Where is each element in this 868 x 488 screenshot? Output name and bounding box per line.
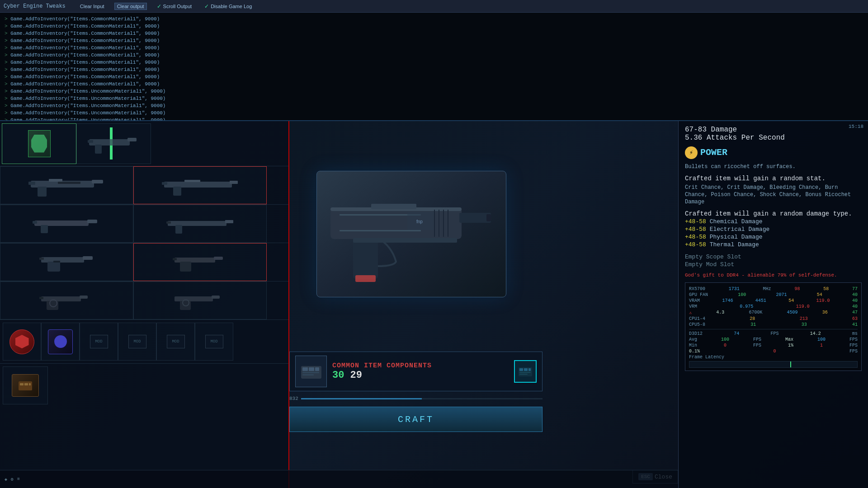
inv-cell-rifle-1[interactable] [0,166,133,204]
hw-max-label: Max [785,337,793,342]
console-output: Game.AddToInventory("Items.CommonMateria… [5,15,863,121]
inventory-row-3 [0,243,288,282]
svg-rect-17 [41,225,48,233]
hw-gpufan-temp: 54 [817,292,822,297]
clear-output-button[interactable]: Clear output [114,3,147,10]
svg-rect-12 [173,187,181,196]
console-line: Game.AddToInventory("Items.CommonMateria… [5,30,863,37]
svg-rect-9 [58,182,80,184]
scroll-output-button[interactable]: ✓ Scroll Output [154,2,195,10]
power-desc: Bullets can ricochet off surfaces. [685,163,862,170]
damage-entry: +48-58 Physical Damage [685,234,862,240]
gun-display-area: fnp [289,121,533,347]
inventory-row-2 [0,205,288,243]
svg-rect-38 [212,296,220,299]
console-line: Game.AddToInventory("Items.UncommonMater… [5,88,863,95]
inv-cell-armor-2[interactable] [41,323,80,361]
svg-rect-42 [20,383,24,385]
hw-rx5700-temp3: 77 [852,286,858,291]
item-cell-1[interactable] [76,123,151,164]
disable-game-log-label: Disable Game Log [211,4,252,9]
component-info: COMMON ITEM COMPONENTS 30 29 [332,362,509,381]
svg-rect-25 [47,262,60,272]
inv-cell-armor-1[interactable] [3,323,41,361]
svg-rect-67 [302,374,314,375]
svg-rect-47 [459,213,491,223]
inv-cell-mod-1[interactable]: MOD [80,323,118,361]
inventory-row-5: MOD MOD MOD MOD [0,320,288,364]
svg-rect-22 [166,221,171,224]
bottom-item-3: ≡ [17,477,20,482]
svg-rect-36 [39,297,43,299]
damage-entry: +48-58 Thermal Damage [685,241,862,248]
component-need: 29 [350,370,362,381]
empty-scope-slot: Empty Scope Slot [685,253,862,260]
console-line: Game.AddToInventory("Items.CommonMateria… [5,44,863,52]
inv-cell-smg-1[interactable] [0,205,133,243]
component-icon-large [295,356,327,387]
crafted-stat-label: Crafted item will gain a random stat. [685,175,862,182]
component-row: COMMON ITEM COMPONENTS 30 29 [289,352,542,391]
hw-vram-gb: 4451 [755,298,766,303]
scroll-check-icon: ✓ [157,3,161,9]
clear-input-label: Clear Input [80,4,104,9]
inv-cell-smg-2[interactable] [133,205,267,243]
inv-cell-pistol-1[interactable] [0,243,133,281]
svg-rect-16 [87,220,97,223]
svg-rect-73 [519,374,528,375]
clear-input-button[interactable]: Clear Input [77,3,107,10]
empty-mod-slot: Empty Mod Slot [685,261,862,268]
damage-value: +48-58 [685,226,706,233]
hw-vram-val: 1746 [722,298,733,303]
bottom-item-2: ⚙ [11,477,14,482]
hw-min-row: Min 0 FPS 1% 1 FPS [689,343,858,348]
inv-cell-pistol-3[interactable] [0,282,133,319]
stats-panel: 67-83 Damage 5.36 Attacks Per Second ⚡ P… [678,121,868,488]
console-area: Game.AddToInventory("Items.CommonMateria… [0,13,868,121]
hw-6700k-temp1: 36 [822,310,828,315]
hw-gpufan-rpm: 2071 [776,292,787,297]
power-type-label: POWER [700,147,727,158]
inv-cell-component-1[interactable] [3,366,48,404]
svg-rect-24 [83,256,93,260]
svg-rect-30 [180,262,191,272]
svg-rect-53 [371,204,416,209]
hw-max-fps: 100 [817,337,826,342]
craft-button-label: CRAFT [398,414,434,425]
damage-entry: +48-58 Chemical Damage [685,218,862,225]
inv-cell-pistol-2[interactable] [133,243,267,281]
inv-cell-rifle-2[interactable] [133,166,267,204]
hw-pct01-fps: 0 [773,349,776,354]
craft-button[interactable]: CRAFT [289,407,542,432]
inv-cell-revolver-1[interactable] [133,282,267,319]
hw-avg-row: Avg 100 FPS Max 100 FPS [689,337,858,342]
disable-check-icon: ✓ [204,3,209,9]
time-display: 15:18 [844,121,868,132]
svg-rect-2 [95,145,102,154]
inventory-row-6 [0,364,288,407]
hw-rx5700-row: RX5700 1731 MHz 98 58 77 [689,286,858,291]
damage-list: +48-58 Chemical Damage+48-58 Electrical … [685,218,862,248]
hw-pct01-label: 0.1% [689,349,700,354]
hw-avg-label: Avg [689,337,697,342]
hw-gpufan-label: GPU FAN [689,292,708,297]
empty-mod-label: Empty Mod Slot [685,261,734,268]
gun-preview: fnp [316,171,506,297]
hw-cpu14-row: CPU1-4 28 213 63 [689,316,858,321]
inv-cell-mod-4[interactable]: MOD [195,323,233,361]
hw-rx5700-mhz: 1731 [729,286,740,291]
gods-gift-text: God's gift to DDR4 - alienable 79% of se… [685,272,862,278]
hw-min-label: Min [689,343,697,348]
console-line: Game.AddToInventory("Items.CommonMateria… [5,52,863,59]
damage-value: +48-58 [685,218,706,225]
slots-area: Empty Scope Slot Empty Mod Slot [685,253,862,268]
equipped-item-cell[interactable] [2,123,76,164]
hw-vram-row: VRAM 1746 4451 54 119.0 40 [689,298,858,303]
slot-count: 832 [289,396,298,401]
component-icon-small [514,360,537,383]
hw-avg-fps: 100 [721,337,729,342]
inv-cell-mod-2[interactable]: MOD [118,323,156,361]
inv-cell-mod-3[interactable]: MOD [156,323,195,361]
console-line: Game.AddToInventory("Items.CommonMateria… [5,66,863,73]
disable-game-log-button[interactable]: ✓ Disable Game Log [202,2,255,10]
